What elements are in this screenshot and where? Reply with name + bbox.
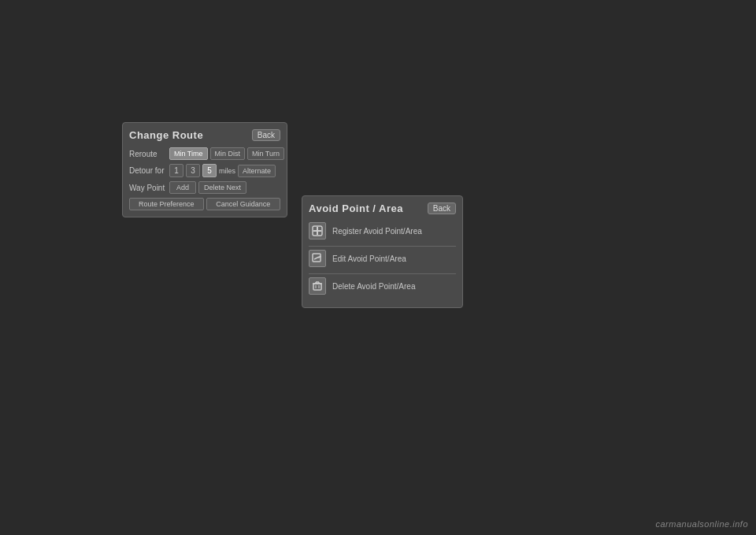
change-route-back-button[interactable]: Back — [252, 129, 280, 141]
delete-avoid-label: Delete Avoid Point/Area — [332, 282, 415, 291]
edit-icon — [309, 250, 326, 267]
divider-2 — [309, 273, 456, 274]
edit-avoid-item[interactable]: Edit Avoid Point/Area — [309, 250, 456, 267]
register-avoid-item[interactable]: Register Avoid Point/Area — [309, 222, 456, 240]
min-turn-button[interactable]: Min Turn — [247, 147, 284, 160]
detour-5-button[interactable]: 5 — [202, 164, 217, 177]
cancel-guidance-button[interactable]: Cancel Guidance — [206, 198, 281, 210]
avoid-panel-title: Avoid Point / Area — [309, 202, 403, 214]
detour-3-button[interactable]: 3 — [186, 164, 200, 177]
detour-row: Detour for 1 3 5 miles Alternate — [129, 164, 280, 177]
register-icon — [309, 222, 326, 240]
detour-1-button[interactable]: 1 — [169, 164, 183, 177]
waypoint-row: Way Point Add Delete Next — [129, 181, 280, 194]
reroute-row: Reroute Min Time Min Dist Min Turn — [129, 147, 280, 160]
reroute-label: Reroute — [129, 150, 167, 158]
watermark: carmanualsonline.info — [655, 519, 748, 529]
change-route-panel: Change Route Back Reroute Min Time Min D… — [122, 122, 287, 217]
avoid-panel-header: Avoid Point / Area Back — [309, 202, 456, 214]
edit-avoid-label: Edit Avoid Point/Area — [332, 254, 406, 263]
bottom-row: Route Preference Cancel Guidance — [129, 198, 280, 210]
svg-line-4 — [314, 257, 319, 259]
avoid-panel: Avoid Point / Area Back Register Avoid P… — [302, 195, 463, 308]
detour-label: Detour for — [129, 166, 167, 175]
svg-rect-6 — [313, 284, 321, 290]
change-route-header: Change Route Back — [129, 129, 280, 141]
change-route-title: Change Route — [129, 129, 203, 141]
route-preference-button[interactable]: Route Preference — [129, 198, 204, 210]
avoid-back-button[interactable]: Back — [428, 202, 456, 214]
delete-next-button[interactable]: Delete Next — [198, 181, 246, 194]
divider-1 — [309, 246, 456, 247]
delete-avoid-item[interactable]: Delete Avoid Point/Area — [309, 277, 456, 295]
min-time-button[interactable]: Min Time — [169, 147, 208, 160]
register-avoid-label: Register Avoid Point/Area — [332, 227, 422, 236]
add-button[interactable]: Add — [169, 181, 196, 194]
waypoint-label: Way Point — [129, 184, 167, 192]
min-dist-button[interactable]: Min Dist — [210, 147, 246, 160]
miles-label: miles — [219, 167, 235, 175]
trash-icon — [309, 277, 326, 295]
alternate-button[interactable]: Alternate — [238, 165, 276, 177]
